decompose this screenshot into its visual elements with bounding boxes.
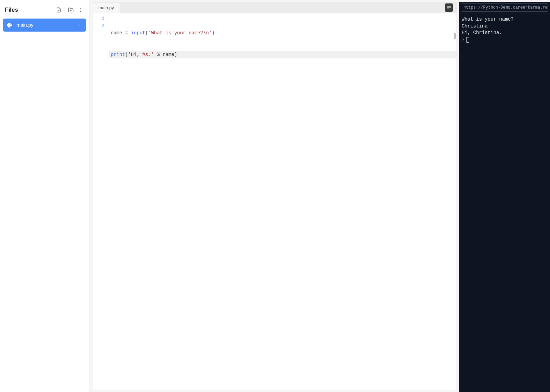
editor-scrollbar[interactable]: [454, 33, 456, 39]
console-line: What is your name?: [462, 16, 547, 23]
console-prompt[interactable]: ›: [462, 36, 547, 43]
console-url-bar: https://Python-Demo.careerkarma.repl.run: [459, 2, 550, 13]
editor-toolbar-right: [445, 3, 453, 12]
line-gutter: 1 2: [93, 13, 109, 390]
console-line: Christina: [462, 23, 547, 30]
svg-point-5: [80, 10, 81, 10]
file-more-icon[interactable]: [75, 21, 83, 29]
line-number: 1: [93, 15, 104, 22]
svg-point-6: [80, 11, 81, 12]
word-wrap-icon[interactable]: [445, 3, 453, 12]
console-panel: https://Python-Demo.careerkarma.repl.run…: [459, 2, 550, 392]
console-url-input[interactable]: https://Python-Demo.careerkarma.repl.run: [461, 3, 548, 12]
new-folder-icon[interactable]: [67, 6, 75, 14]
files-sidebar: Files: [0, 0, 89, 392]
svg-point-4: [80, 8, 81, 9]
code-line-1[interactable]: name = input('What is your name?\n'): [109, 30, 456, 37]
editor-body[interactable]: 1 2 name = input('What is your name?\n')…: [93, 13, 456, 390]
code-area[interactable]: name = input('What is your name?\n') pri…: [109, 13, 456, 390]
editor-tabs: main.py: [93, 2, 456, 13]
prompt-char: ›: [462, 36, 464, 43]
line-number: 2: [93, 22, 104, 30]
file-name: main.py: [16, 22, 33, 28]
editor-panel: main.py 1 2 name = input('What is your n…: [93, 2, 457, 390]
svg-point-8: [79, 24, 79, 25]
sidebar-header: Files: [1, 3, 88, 19]
python-icon: [6, 22, 12, 28]
sidebar-title: Files: [5, 7, 18, 13]
new-file-icon[interactable]: [55, 6, 63, 14]
file-item-main-py[interactable]: main.py: [3, 19, 86, 32]
cursor-icon: [466, 37, 469, 43]
console-line: Hi, Christina.: [462, 30, 547, 36]
console-output[interactable]: What is your name? Christina Hi, Christi…: [459, 13, 550, 392]
svg-point-9: [79, 25, 79, 26]
action-divider: [65, 7, 65, 13]
svg-point-7: [79, 23, 79, 23]
tab-main-py[interactable]: main.py: [93, 3, 120, 13]
more-options-icon[interactable]: [77, 6, 84, 14]
sidebar-actions: [55, 6, 84, 14]
code-line-2[interactable]: print('Hi, %s.' % name): [109, 51, 456, 58]
